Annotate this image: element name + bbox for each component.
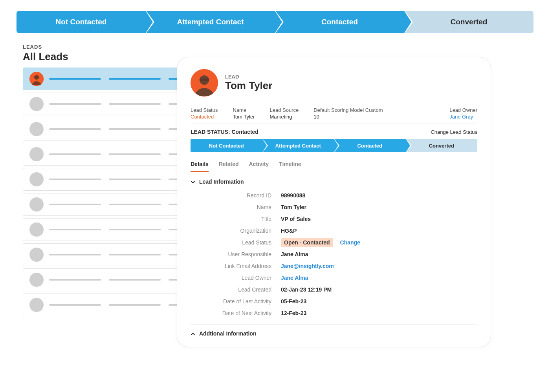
summary-scoring-value: 10 bbox=[314, 114, 383, 120]
summary-lead-status-value: Contacted bbox=[191, 114, 218, 120]
field-value-organization: HG&P bbox=[281, 228, 297, 234]
field-label-title: Title bbox=[191, 216, 281, 222]
tabs: Details Related Activity Timeline bbox=[191, 159, 477, 172]
field-value-next-activity: 12-Feb-23 bbox=[281, 310, 306, 316]
field-label-owner: Lead Owner bbox=[191, 275, 281, 281]
card-header: LEAD Tom Tyler bbox=[191, 69, 477, 97]
pipeline-step-not-contacted[interactable]: Not Contacted bbox=[16, 11, 146, 33]
mini-step-contacted[interactable]: Contacted bbox=[334, 139, 406, 152]
section-additional-information-label: Addtional Information bbox=[199, 330, 256, 337]
summary-source-label: Lead Source bbox=[270, 107, 299, 113]
divider bbox=[191, 325, 477, 325]
mini-step-not-contacted[interactable]: Not Contacted bbox=[191, 139, 262, 152]
mini-pipeline: Not Contacted Attempted Contact Contacte… bbox=[191, 139, 477, 152]
field-label-name: Name bbox=[191, 204, 281, 210]
avatar-placeholder bbox=[29, 298, 44, 312]
avatar bbox=[191, 69, 218, 97]
avatar-placeholder bbox=[29, 122, 44, 136]
avatar bbox=[29, 72, 44, 86]
field-value-title: VP of Sales bbox=[281, 216, 311, 222]
pipeline-global: Not Contacted Attempted Contact Contacte… bbox=[16, 11, 534, 33]
tab-activity[interactable]: Activity bbox=[249, 159, 269, 172]
summary-owner-value[interactable]: Jane Gray bbox=[449, 114, 477, 120]
summary-owner-label: Lead Owner bbox=[449, 107, 477, 113]
avatar-placeholder bbox=[29, 197, 44, 211]
status-badge: Open - Contacted bbox=[281, 238, 333, 247]
field-label-created: Lead Created bbox=[191, 286, 281, 293]
field-label-organization: Organization bbox=[191, 228, 281, 234]
tab-related[interactable]: Related bbox=[219, 159, 239, 172]
chevron-up-icon bbox=[191, 331, 195, 336]
field-label-email: Link Email Address bbox=[191, 263, 281, 269]
avatar-placeholder bbox=[29, 248, 44, 262]
field-value-created: 02-Jan-23 12:19 PM bbox=[281, 286, 332, 293]
field-value-email[interactable]: Jane@insightly.com bbox=[281, 263, 334, 269]
lead-detail-card: LEAD Tom Tyler Lead Status Contacted Nam… bbox=[177, 57, 491, 347]
change-status-link[interactable]: Change bbox=[340, 239, 360, 246]
card-eyebrow: LEAD bbox=[225, 74, 272, 80]
avatar-placeholder bbox=[29, 147, 44, 161]
field-label-lead-status: Lead Status bbox=[191, 239, 281, 246]
summary-name-value: Tom Tyler bbox=[233, 114, 255, 120]
svg-rect-2 bbox=[33, 77, 40, 78]
tab-timeline[interactable]: Timeline bbox=[279, 159, 301, 172]
avatar-placeholder bbox=[29, 97, 44, 111]
field-value-name: Tom Tyler bbox=[281, 204, 306, 210]
field-label-record-id: Record ID bbox=[191, 192, 281, 199]
summary-source-value: Marketing bbox=[270, 114, 299, 120]
field-value-user-responsible: Jane Alma bbox=[281, 251, 308, 257]
tab-details[interactable]: Details bbox=[191, 159, 209, 172]
field-value-lead-status: Open - Contacted Change bbox=[281, 239, 360, 246]
summary-scoring-label: Default Scoring Model Custom bbox=[314, 107, 383, 113]
field-value-record-id: 98990088 bbox=[281, 192, 305, 199]
summary-row: Lead Status Contacted Name Tom Tyler Lea… bbox=[191, 103, 477, 124]
summary-lead-status-label: Lead Status bbox=[191, 107, 218, 113]
lead-info-table: Record ID98990088 NameTom Tyler TitleVP … bbox=[191, 190, 477, 325]
status-row: LEAD STATUS: Contacted Change Lead Statu… bbox=[191, 124, 477, 139]
field-label-last-activity: Date of Last Activity bbox=[191, 298, 281, 304]
section-lead-information-label: Lead Information bbox=[199, 179, 244, 185]
field-value-owner[interactable]: Jane Alma bbox=[281, 275, 308, 281]
section-additional-information[interactable]: Addtional Information bbox=[191, 330, 477, 338]
pipeline-step-contacted[interactable]: Contacted bbox=[275, 11, 404, 33]
leads-eyebrow: LEADS bbox=[23, 44, 227, 50]
avatar-placeholder bbox=[29, 222, 44, 237]
pipeline-step-attempted[interactable]: Attempted Contact bbox=[146, 11, 275, 33]
change-lead-status-link[interactable]: Change Lead Status bbox=[431, 129, 477, 135]
field-label-next-activity: Date of Next Activity bbox=[191, 310, 281, 316]
mini-step-attempted[interactable]: Attempted Contact bbox=[262, 139, 334, 152]
pipeline-step-converted[interactable]: Converted bbox=[404, 11, 534, 33]
field-label-user-responsible: User Responsible bbox=[191, 251, 281, 257]
lead-status-heading: LEAD STATUS: Contacted bbox=[191, 129, 258, 135]
avatar-placeholder bbox=[29, 172, 44, 186]
chevron-down-icon bbox=[191, 179, 195, 184]
field-value-last-activity: 05-Feb-23 bbox=[281, 298, 306, 304]
mini-step-converted[interactable]: Converted bbox=[406, 139, 478, 152]
avatar-placeholder bbox=[29, 273, 44, 287]
card-lead-name: Tom Tyler bbox=[225, 80, 272, 92]
section-lead-information[interactable]: Lead Information bbox=[191, 179, 477, 185]
svg-rect-5 bbox=[199, 78, 209, 81]
summary-name-label: Name bbox=[233, 107, 255, 113]
